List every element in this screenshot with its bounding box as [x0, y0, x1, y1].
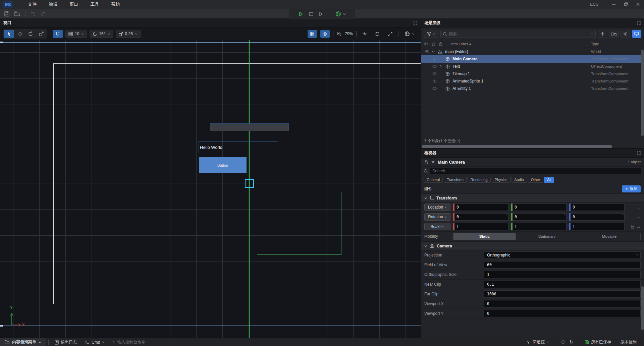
mobility-movable[interactable]: Movable: [578, 233, 640, 240]
traceback-dropdown[interactable]: 回追踪: [522, 339, 553, 345]
inspector-expand-icon[interactable]: [637, 151, 641, 155]
close-button[interactable]: [632, 0, 644, 9]
search-history-chevron-icon[interactable]: [591, 33, 593, 35]
orthographic-size-input[interactable]: [484, 271, 641, 278]
inspector-search-input[interactable]: [430, 168, 641, 174]
menu-window[interactable]: 窗口: [63, 0, 84, 9]
location-z-field[interactable]: [571, 204, 625, 211]
snap-magnet-button[interactable]: [53, 30, 63, 38]
tab-rendering[interactable]: Rendering: [468, 177, 491, 183]
undo-icon[interactable]: [30, 11, 36, 16]
viewport-x-input[interactable]: [484, 300, 641, 307]
favorite-column-icon[interactable]: [431, 42, 435, 46]
hierarchy-vscrollbar[interactable]: [641, 50, 644, 136]
menu-help[interactable]: 帮助: [105, 0, 126, 9]
grid-snap-dropdown[interactable]: 10: [65, 30, 87, 38]
hierarchy-hscrollbar[interactable]: [421, 145, 644, 148]
tree-row-animatedsprite[interactable]: AnimatedSprite 1 TransformComponent: [421, 77, 644, 85]
scale-snap-dropdown[interactable]: 0.25: [116, 30, 141, 38]
open-folder-icon[interactable]: [14, 11, 20, 16]
eye-icon[interactable]: [431, 87, 438, 90]
scale-tool-button[interactable]: [36, 30, 46, 38]
step-icon[interactable]: [319, 12, 324, 16]
tab-transform[interactable]: Transform: [444, 177, 467, 183]
menu-file[interactable]: 文件: [22, 0, 43, 9]
tab-general[interactable]: General: [424, 177, 443, 183]
rotation-x-field[interactable]: [454, 213, 508, 221]
uniform-scale-lock-icon[interactable]: [631, 225, 634, 229]
camera-bounds-handle-bottom[interactable]: [0, 325, 3, 327]
fullscreen-icon[interactable]: [385, 30, 395, 38]
menu-tools[interactable]: 工具: [84, 0, 105, 9]
hierarchy-search[interactable]: [440, 30, 596, 38]
object-settings-icon[interactable]: [431, 160, 435, 164]
eye-icon[interactable]: [431, 72, 438, 75]
transform-section-header[interactable]: Transform: [421, 193, 644, 203]
viewport-globe-dropdown[interactable]: [402, 30, 417, 38]
inspector-vscrollbar[interactable]: [641, 286, 644, 330]
stats-pulse-icon[interactable]: [360, 30, 369, 38]
version-branch-icon[interactable]: [570, 340, 574, 344]
scale-x-field[interactable]: [454, 223, 508, 230]
hierarchy-expand-icon[interactable]: [637, 21, 641, 25]
eye-icon[interactable]: [431, 57, 438, 61]
minimize-button[interactable]: [608, 0, 620, 9]
text-entity[interactable]: Hello World: [199, 141, 278, 153]
chevron-down-icon[interactable]: [430, 51, 436, 53]
select-tool-button[interactable]: [4, 30, 14, 38]
tree-row-main[interactable]: main (Editor) World: [421, 48, 644, 55]
gizmo-visibility-button[interactable]: [320, 30, 330, 38]
chevron-right-icon[interactable]: [438, 65, 444, 68]
mobility-static[interactable]: Static: [453, 233, 516, 240]
rotate-snap-dropdown[interactable]: 15°: [90, 30, 113, 38]
rotation-z-field[interactable]: [571, 213, 625, 221]
link-values-icon[interactable]: ↔: [636, 205, 641, 210]
content-drawer-tab[interactable]: 内容侧滑菜单: [0, 338, 46, 346]
hierarchy-settings-button[interactable]: [621, 30, 630, 38]
projection-dropdown[interactable]: [484, 251, 641, 259]
eye-icon[interactable]: [424, 50, 430, 53]
location-x-field[interactable]: [454, 204, 508, 211]
view-mode-button[interactable]: [632, 30, 641, 38]
run-mode-globe-icon[interactable]: [335, 11, 341, 17]
tree-row-main-camera[interactable]: Main Camera TransformComponent: [421, 55, 644, 63]
maximize-button[interactable]: [620, 0, 632, 9]
tree-row-ai-entity[interactable]: AI Entity 1 TransformComponent: [421, 85, 644, 92]
new-folder-button[interactable]: [609, 30, 619, 38]
column-type[interactable]: Type: [591, 42, 644, 46]
rotate-tool-button[interactable]: [25, 30, 36, 38]
network-wifi-icon[interactable]: [560, 340, 566, 344]
tab-other[interactable]: Other: [528, 177, 543, 183]
output-log-button[interactable]: 输出日志: [51, 339, 81, 345]
rotation-y-field[interactable]: [513, 213, 567, 221]
move-tool-button[interactable]: [15, 30, 25, 38]
camera-bounds-handle[interactable]: [0, 42, 3, 43]
camera-section-header[interactable]: Camera: [421, 241, 644, 250]
location-y-field[interactable]: [513, 204, 567, 211]
filter-dropdown[interactable]: [424, 30, 438, 38]
near-clip-input[interactable]: [484, 281, 641, 288]
lock-column-icon[interactable]: [439, 42, 442, 46]
reset-view-icon[interactable]: [373, 30, 382, 38]
scale-z-field[interactable]: [571, 223, 625, 230]
camera-bounds-top-edge[interactable]: [0, 42, 421, 43]
tree-row-tilemap[interactable]: Tilemap 1 TransformComponent: [421, 70, 644, 77]
eye-icon[interactable]: [431, 65, 438, 68]
hierarchy-search-input[interactable]: [449, 32, 589, 36]
visibility-column-icon[interactable]: [424, 42, 428, 46]
rotation-dropdown[interactable]: Rotation: [424, 213, 450, 221]
far-clip-input[interactable]: [484, 290, 641, 298]
add-entity-button[interactable]: [598, 30, 607, 38]
add-component-button[interactable]: 添加: [622, 185, 641, 192]
tab-physics[interactable]: Physics: [492, 177, 511, 183]
console-input[interactable]: 输入控制台命令: [109, 339, 149, 345]
field-of-view-input[interactable]: [484, 261, 641, 269]
scene-canvas[interactable]: Hello World Button Y X: [0, 40, 421, 338]
link-values-icon[interactable]: ↔: [636, 224, 641, 229]
button-entity[interactable]: Button: [199, 157, 247, 173]
cmd-dropdown[interactable]: Cmd: [81, 340, 109, 345]
column-item-label[interactable]: Item Label: [446, 42, 591, 46]
tree-row-text[interactable]: Text UITextComponent: [421, 63, 644, 70]
tab-audio[interactable]: Audio: [512, 177, 527, 183]
zoom-level[interactable]: 79%: [345, 32, 353, 36]
